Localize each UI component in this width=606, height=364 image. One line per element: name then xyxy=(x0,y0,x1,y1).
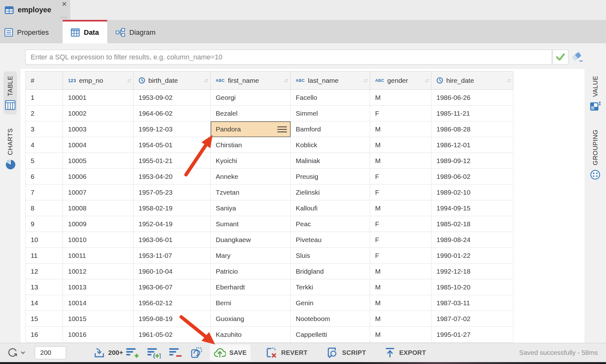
data-cell[interactable]: Kalloufi xyxy=(291,200,370,216)
data-cell[interactable]: Sumant xyxy=(211,216,291,232)
data-cell[interactable]: Mary xyxy=(211,248,291,264)
selected-cell[interactable]: Pandora xyxy=(211,121,291,137)
data-cell[interactable]: M xyxy=(370,90,431,106)
data-cell[interactable]: F xyxy=(370,185,431,200)
data-cell[interactable]: Simmel xyxy=(291,106,370,121)
data-cell[interactable]: Patricio xyxy=(211,264,291,279)
panel-tab-charts[interactable]: CHARTS xyxy=(4,124,17,174)
data-cell[interactable]: Piveteau xyxy=(291,232,370,248)
data-cell[interactable]: 10012 xyxy=(63,264,133,279)
data-cell[interactable]: 1985-11-21 xyxy=(431,106,513,121)
save-button[interactable]: SAVE xyxy=(210,344,250,361)
data-cell[interactable]: F xyxy=(370,248,431,264)
data-cell[interactable]: 10008 xyxy=(63,200,133,216)
row-number-cell[interactable]: 7 xyxy=(26,185,63,200)
data-cell[interactable]: Nooteboom xyxy=(291,311,370,327)
delete-row-icon[interactable] xyxy=(169,347,182,359)
data-cell[interactable]: Bezalel xyxy=(211,106,291,121)
more-options-icon[interactable]: ··· xyxy=(60,14,68,19)
add-row-icon[interactable] xyxy=(126,347,139,359)
row-number-cell[interactable]: 11 xyxy=(26,248,63,264)
data-cell[interactable]: Georgi xyxy=(211,90,291,106)
fetch-size-input[interactable] xyxy=(35,346,66,359)
data-cell[interactable]: Berni xyxy=(211,295,291,311)
data-cell[interactable]: Terkki xyxy=(291,279,370,295)
data-cell[interactable]: Saniya xyxy=(211,200,291,216)
data-cell[interactable]: Bridgland xyxy=(291,264,370,279)
fetch-next-page-button[interactable]: 200+ xyxy=(93,347,123,358)
row-number-cell[interactable]: 15 xyxy=(26,311,63,327)
data-cell[interactable]: M xyxy=(370,200,431,216)
duplicate-row-icon[interactable]: ( ) xyxy=(147,347,161,359)
column-header-birth_date[interactable]: birth_date↓↑ xyxy=(133,71,211,90)
data-cell[interactable]: F xyxy=(370,106,431,121)
data-cell[interactable]: M xyxy=(370,153,431,169)
data-cell[interactable]: 1992-12-18 xyxy=(431,264,513,279)
sort-icon[interactable]: ↓↑ xyxy=(507,77,510,84)
data-cell[interactable]: Tzvetan xyxy=(211,185,291,200)
data-cell[interactable]: 1959-12-03 xyxy=(133,121,211,137)
data-cell[interactable]: 10004 xyxy=(63,137,133,153)
close-icon[interactable]: ✕ xyxy=(61,0,67,8)
sort-icon[interactable]: ↓↑ xyxy=(284,77,288,84)
data-cell[interactable]: 1989-08-24 xyxy=(431,232,513,248)
data-cell[interactable]: 1994-09-15 xyxy=(431,200,513,216)
data-cell[interactable]: 10015 xyxy=(63,311,133,327)
data-cell[interactable]: 1964-06-02 xyxy=(133,106,211,121)
data-cell[interactable]: 1955-01-21 xyxy=(133,153,211,169)
row-number-cell[interactable]: 10 xyxy=(26,232,63,248)
row-number-cell[interactable]: 9 xyxy=(26,216,63,232)
data-cell[interactable]: M xyxy=(370,264,431,279)
data-cell[interactable]: Koblick xyxy=(291,137,370,153)
data-cell[interactable]: Peac xyxy=(291,216,370,232)
data-cell[interactable]: 1985-10-20 xyxy=(431,279,513,295)
column-header-gender[interactable]: ABCgender↓↑ xyxy=(370,71,431,90)
data-cell[interactable]: 1959-08-19 xyxy=(133,311,211,327)
data-cell[interactable]: Anneke xyxy=(211,169,291,185)
data-cell[interactable]: 1958-02-19 xyxy=(133,200,211,216)
row-number-cell[interactable]: 16 xyxy=(26,327,63,343)
column-header-rownum[interactable]: # xyxy=(26,71,63,90)
data-cell[interactable]: 1952-04-19 xyxy=(133,216,211,232)
data-cell[interactable]: M xyxy=(370,279,431,295)
data-cell[interactable]: 1957-05-23 xyxy=(133,185,211,200)
data-cell[interactable]: M xyxy=(370,311,431,327)
data-cell[interactable]: 10003 xyxy=(63,121,133,137)
panel-tab-table[interactable]: TABLE xyxy=(3,71,17,114)
row-number-cell[interactable]: 3 xyxy=(26,121,63,137)
row-number-cell[interactable]: 8 xyxy=(26,200,63,216)
data-cell[interactable]: 1987-03-11 xyxy=(431,295,513,311)
data-cell[interactable]: F xyxy=(370,216,431,232)
data-cell[interactable]: 1963-06-01 xyxy=(133,232,211,248)
data-cell[interactable]: Guoxiang xyxy=(211,311,291,327)
sort-icon[interactable]: ↓↑ xyxy=(363,77,367,84)
data-cell[interactable]: 10002 xyxy=(63,106,133,121)
document-tab-employee[interactable]: employee ✕ ··· xyxy=(0,0,70,20)
row-number-cell[interactable]: 4 xyxy=(26,137,63,153)
row-number-cell[interactable]: 12 xyxy=(26,264,63,279)
script-button[interactable]: SCRIPT xyxy=(322,344,370,361)
data-cell[interactable]: 1986-08-28 xyxy=(431,121,513,137)
data-cell[interactable]: 1963-06-07 xyxy=(133,279,211,295)
data-cell[interactable]: M xyxy=(370,295,431,311)
data-cell[interactable]: Preusig xyxy=(291,169,370,185)
export-button[interactable]: EXPORT xyxy=(380,344,430,361)
data-cell[interactable]: 10009 xyxy=(63,216,133,232)
data-cell[interactable]: 10016 xyxy=(63,327,133,343)
sql-filter-input[interactable] xyxy=(25,50,552,64)
data-cell[interactable]: 1953-09-02 xyxy=(133,90,211,106)
data-cell[interactable]: 10006 xyxy=(63,169,133,185)
column-header-last_name[interactable]: ABClast_name↓↑ xyxy=(291,71,370,90)
sort-icon[interactable]: ↓↑ xyxy=(425,77,429,84)
row-number-cell[interactable]: 14 xyxy=(26,295,63,311)
tab-diagram[interactable]: Diagram xyxy=(107,20,164,43)
data-cell[interactable]: Kazuhito xyxy=(211,327,291,343)
data-cell[interactable]: M xyxy=(370,137,431,153)
data-cell[interactable]: 10010 xyxy=(63,232,133,248)
column-header-first_name[interactable]: ABCfirst_name↓↑ xyxy=(211,71,291,90)
refresh-button[interactable] xyxy=(7,347,25,358)
panel-tab-value[interactable]: VALUE xyxy=(588,71,602,116)
data-cell[interactable]: 1960-10-04 xyxy=(133,264,211,279)
data-cell[interactable]: 1987-07-02 xyxy=(431,311,513,327)
row-number-cell[interactable]: 6 xyxy=(26,169,63,185)
